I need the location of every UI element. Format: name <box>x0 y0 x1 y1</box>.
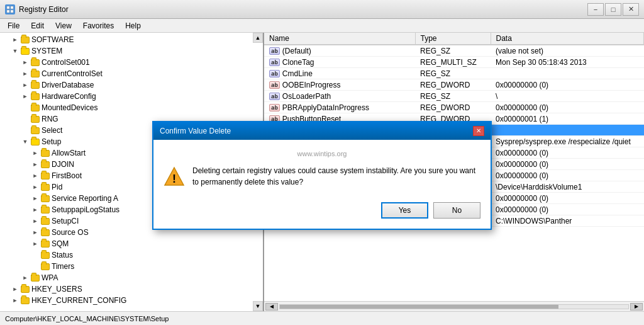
tree-label-hkeyusers: HKEY_USERS <box>31 285 82 294</box>
expander-system[interactable]: ▼ <box>10 46 20 56</box>
tree-item-hkeycurrentconfig[interactable]: ► HKEY_CURRENT_CONFIG <box>0 295 263 306</box>
cell-data: 0x00000000 (0) <box>491 102 644 113</box>
tree-item-sqm[interactable]: ► SQM <box>0 238 263 249</box>
reg-icon: ab CloneTag <box>269 58 314 67</box>
expander-servicereporting[interactable]: ► <box>30 193 40 203</box>
dialog-body: www.wintips.org ! Deleting certain regis… <box>153 140 491 229</box>
expander-driverdatabase[interactable]: ► <box>20 80 30 90</box>
minimize-button[interactable]: − <box>587 3 604 16</box>
reg-type-icon: ab <box>269 70 280 77</box>
table-row[interactable]: ab CloneTag REG_MULTI_SZ Mon Sep 30 05:1… <box>264 57 644 68</box>
close-button[interactable]: ✕ <box>623 3 639 16</box>
tree-item-currentcontrolset[interactable]: ► CurrentControlSet <box>0 68 263 79</box>
cell-type: REG_SZ <box>415 91 491 102</box>
table-row[interactable]: ab PBRApplyDataInProgress REG_DWORD 0x00… <box>264 102 644 113</box>
table-row[interactable]: ab CmdLine REG_SZ <box>264 68 644 79</box>
watermark: www.wintips.org <box>164 150 480 157</box>
cell-type: REG_SZ <box>415 45 491 57</box>
expander-sourceos[interactable]: ► <box>30 227 40 237</box>
confirm-dialog: Confirm Value Delete ✕ www.wintips.org !… <box>152 121 492 230</box>
scroll-left-btn[interactable]: ◀ <box>265 303 278 311</box>
tree-label-system: SYSTEM <box>31 47 62 55</box>
dialog-message-row: ! Deleting certain registry values could… <box>164 165 480 190</box>
cell-data: C:\WINDOWS\Panther <box>491 215 644 227</box>
tree-item-wpa[interactable]: ► WPA <box>0 272 263 283</box>
expander-hardwareconfig[interactable]: ► <box>20 91 30 101</box>
table-row[interactable]: ab (Default) REG_SZ (value not set) <box>264 45 644 57</box>
reg-icon: ab CmdLine <box>269 69 313 78</box>
tree-scroll-up[interactable]: ▲ <box>253 33 263 43</box>
menu-edit[interactable]: Edit <box>26 20 49 31</box>
folder-icon-firstboot <box>40 171 50 180</box>
menu-file[interactable]: File <box>3 20 25 31</box>
expander-hkeycurrentconfig[interactable]: ► <box>10 295 20 305</box>
expander-wpa[interactable]: ► <box>20 273 30 283</box>
tree-item-software[interactable]: ► SOFTWARE <box>0 34 263 45</box>
tree-label-rng: RNG <box>42 115 58 123</box>
scroll-track[interactable] <box>279 304 629 309</box>
cell-data: Sysprep/sysprep.exe /respecialize /quiet <box>491 136 644 147</box>
expander-pid[interactable]: ► <box>30 182 40 192</box>
svg-rect-0 <box>7 6 9 9</box>
svg-text:!: ! <box>172 173 176 185</box>
menu-help[interactable]: Help <box>120 20 146 31</box>
horizontal-scrollbar[interactable]: ◀ ▶ <box>264 301 644 311</box>
tree-item-mounteddevices[interactable]: ► MountedDevices <box>0 102 263 113</box>
maximize-button[interactable]: □ <box>605 3 621 16</box>
expander-hkeyusers[interactable]: ► <box>10 284 20 294</box>
cell-data <box>491 125 644 136</box>
dialog-title: Confirm Value Delete <box>160 127 231 135</box>
svg-rect-3 <box>11 10 13 13</box>
expander-currentcontrolset[interactable]: ► <box>20 69 30 79</box>
cell-name: ab CloneTag <box>264 57 415 68</box>
folder-icon-rng <box>30 115 40 123</box>
cell-name: ab PBRApplyDataInProgress <box>264 102 415 113</box>
folder-icon-hardwareconfig <box>30 92 40 101</box>
dialog-close-button[interactable]: ✕ <box>473 126 484 136</box>
window-controls: − □ ✕ <box>587 3 639 16</box>
cell-data: Mon Sep 30 05:18:43 2013 <box>491 57 644 68</box>
tree-label-currentcontrolset: CurrentControlSet <box>42 69 103 78</box>
expander-djoin[interactable]: ► <box>30 159 40 169</box>
expander-setupci[interactable]: ► <box>30 216 40 226</box>
expander-firstboot[interactable]: ► <box>30 171 40 181</box>
table-row[interactable]: ab OsLoaderPath REG_SZ \ <box>264 91 644 102</box>
folder-icon-sourceos <box>40 228 50 237</box>
col-header-type: Type <box>415 33 491 45</box>
cell-name: ab OOBEInProgress <box>264 79 415 91</box>
tree-item-timers[interactable]: ► Timers <box>0 261 263 272</box>
expander-sqm[interactable]: ► <box>30 239 40 249</box>
expander-software[interactable]: ► <box>10 35 20 45</box>
reg-type-icon: ab <box>269 104 280 111</box>
reg-type-icon: ab <box>269 47 280 55</box>
tree-label-setupci: SetupCI <box>52 217 79 225</box>
menu-favorites[interactable]: Favorites <box>78 20 119 31</box>
cell-data: 0x00000000 (0) <box>491 79 644 91</box>
dialog-no-button[interactable]: No <box>433 202 480 219</box>
tree-label-allowstart: AllowStart <box>52 149 86 157</box>
folder-icon-pid <box>40 183 50 191</box>
scroll-thumb[interactable] <box>280 305 558 309</box>
menu-view[interactable]: View <box>50 20 77 31</box>
tree-item-system[interactable]: ▼ SYSTEM <box>0 45 263 57</box>
table-row[interactable]: ab OOBEInProgress REG_DWORD 0x00000000 (… <box>264 79 644 91</box>
tree-item-hardwareconfig[interactable]: ► HardwareConfig <box>0 91 263 102</box>
tree-item-status[interactable]: ► Status <box>0 249 263 261</box>
reg-type-icon: ab <box>269 81 280 89</box>
tree-item-hkeyusers[interactable]: ► HKEY_USERS <box>0 283 263 295</box>
folder-icon-allowstart <box>40 149 50 157</box>
expander-setuppapilogstatus[interactable]: ► <box>30 205 40 215</box>
folder-icon-driverdatabase <box>30 81 40 89</box>
folder-icon-setuppapilogstatus <box>40 205 50 214</box>
expander-setup[interactable]: ▼ <box>20 137 30 147</box>
expander-allowstart[interactable]: ► <box>30 148 40 158</box>
tree-scroll-down[interactable]: ▼ <box>253 301 263 311</box>
tree-item-driverdatabase[interactable]: ► DriverDatabase <box>0 79 263 91</box>
status-path: Computer\HKEY_LOCAL_MACHINE\SYSTEM\Setup <box>5 315 169 322</box>
dialog-yes-button[interactable]: Yes <box>381 202 428 219</box>
cell-data: 0x00000000 (0) <box>491 204 644 215</box>
tree-item-controlset001[interactable]: ► ControlSet001 <box>0 57 263 68</box>
scroll-right-btn[interactable]: ▶ <box>630 303 643 311</box>
expander-controlset001[interactable]: ► <box>20 57 30 67</box>
folder-icon-wpa <box>30 273 40 282</box>
